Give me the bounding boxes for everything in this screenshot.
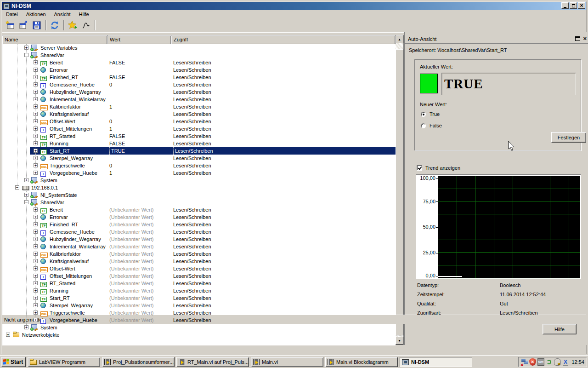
tree-row-inkremental-winkelarray[interactable]: +Inkremental_WinkelarrayLesen/Schreiben — [2, 96, 396, 103]
expand-toggle-icon[interactable]: + — [34, 149, 38, 153]
save-icon[interactable] — [31, 20, 42, 31]
snapshot-icon[interactable] — [80, 20, 91, 31]
expand-toggle-icon[interactable]: + — [34, 156, 38, 160]
column-header-wert[interactable]: Wert — [107, 35, 171, 44]
tree-row-start-rt[interactable]: +TFStart_RT(Unbekannter Wert)Lesen/Schre… — [2, 294, 396, 302]
expand-toggle-icon[interactable]: + — [34, 244, 38, 248]
tree-row-server-variables[interactable]: +Server Variables — [2, 44, 396, 52]
column-header-zugriff[interactable]: Zugriff — [171, 35, 396, 44]
expand-toggle-icon[interactable]: + — [34, 215, 38, 219]
expand-toggle-icon[interactable]: + — [34, 75, 38, 79]
expand-toggle-icon[interactable]: + — [34, 281, 38, 285]
radio-icon[interactable] — [421, 112, 426, 117]
expand-toggle-icon[interactable]: − — [24, 53, 28, 57]
expand-toggle-icon[interactable]: + — [34, 104, 38, 109]
vertical-scrollbar[interactable]: ▲ ▼ — [396, 35, 403, 345]
scrollbar-thumb[interactable] — [396, 49, 403, 335]
set-value-button[interactable]: Festlegen — [551, 132, 586, 143]
expand-toggle-icon[interactable]: + — [34, 259, 38, 263]
tree-row-sharedvar[interactable]: −SharedVar — [2, 52, 396, 59]
expand-toggle-icon[interactable]: + — [34, 207, 38, 212]
expand-toggle-icon[interactable]: + — [24, 193, 28, 197]
expand-toggle-icon[interactable]: + — [34, 60, 38, 64]
tree-row-errorvar[interactable]: +Errorvar(Unbekannter Wert)Lesen/Schreib… — [2, 213, 396, 221]
expand-toggle-icon[interactable]: + — [34, 90, 38, 94]
expand-toggle-icon[interactable]: + — [34, 252, 38, 256]
remove-hardware-icon[interactable]: X — [562, 358, 569, 366]
expand-toggle-icon[interactable]: + — [34, 266, 38, 270]
menu-item-hilfe[interactable]: Hilfe — [75, 11, 93, 18]
tree-row-vorgegebene-huebe[interactable]: +IVorgegebene_Huebe1Lesen/Schreiben — [2, 169, 396, 177]
network-status-icon[interactable]: × — [521, 358, 528, 366]
expand-toggle-icon[interactable]: + — [34, 163, 38, 167]
tree-row-hubzylinder-wegarray[interactable]: +Hubzylinder_WegarrayLesen/Schreiben — [2, 88, 396, 96]
tree-row-ni-systemstate[interactable]: +NI_SystemState — [2, 191, 396, 199]
expand-toggle-icon[interactable]: + — [34, 237, 38, 241]
tree-row-inkremental-winkelarray[interactable]: +Inkremental_Winkelarray(Unbekannter Wer… — [2, 243, 396, 250]
expand-toggle-icon[interactable]: + — [34, 171, 38, 175]
expand-toggle-icon[interactable]: + — [34, 318, 38, 322]
tree-row-running[interactable]: +TFRunning(Unbekannter Wert)Lesen/Schrei… — [2, 287, 396, 294]
tree-row-hubzylinder-wegarray[interactable]: +Hubzylinder_Wegarray(Unbekannter Wert)L… — [2, 236, 396, 243]
radio-option-true[interactable]: True — [421, 111, 440, 117]
expand-toggle-icon[interactable]: + — [34, 119, 38, 123]
scroll-up-button[interactable]: ▲ — [396, 35, 403, 43]
tree-row-triggerschwelle[interactable]: +DBLTriggerschwelle0Lesen/Schreiben — [2, 162, 396, 169]
update-icon[interactable] — [546, 358, 553, 366]
expand-toggle-icon[interactable]: + — [6, 333, 10, 337]
expand-toggle-icon[interactable]: + — [34, 222, 38, 226]
tree-row-system[interactable]: +System — [2, 324, 396, 331]
tree-row-offset-mittelungen[interactable]: +IOffset_Mittelungen1Lesen/Schreiben — [2, 125, 396, 132]
security-alert-icon[interactable]: ✕ — [529, 358, 536, 366]
expand-toggle-icon[interactable]: + — [34, 274, 38, 278]
refresh-icon[interactable] — [49, 20, 60, 31]
tree-row-192-168-0-1[interactable]: −192.168.0.1 — [2, 184, 396, 191]
task-button-ni-dsm[interactable]: NI-DSM — [400, 357, 472, 367]
tree-row-gemessene-huebe[interactable]: +IGemessene_Huebe(Unbekannter Wert)Lesen… — [2, 228, 396, 236]
help-button[interactable]: Hilfe — [543, 324, 577, 334]
expand-toggle-icon[interactable]: + — [34, 303, 38, 307]
tree-row-sharedvar[interactable]: −SharedVar — [2, 199, 396, 206]
tree-row-offset-wert[interactable]: +DBLOffset-Wert0Lesen/Schreiben — [2, 118, 396, 125]
tree-row-netzwerkobjekte[interactable]: +Netzwerkobjekte — [2, 331, 396, 339]
expand-toggle-icon[interactable]: + — [24, 178, 28, 182]
tree-row-stempel-wegarray[interactable]: +Stempel_WegarrayLesen/Schreiben — [2, 155, 396, 162]
tree-row-bereit[interactable]: +TFBereit(Unbekannter Wert)Lesen/Schreib… — [2, 206, 396, 213]
column-header-name[interactable]: Name — [2, 35, 107, 44]
expand-toggle-icon[interactable]: + — [34, 68, 38, 72]
tree-row-rt-started[interactable]: +TFRT_StartedFALSELesen/Schreiben — [2, 132, 396, 140]
expand-toggle-icon[interactable]: + — [34, 82, 38, 86]
expand-toggle-icon[interactable]: + — [34, 288, 38, 293]
expand-toggle-icon[interactable]: − — [15, 185, 19, 190]
tree-row-kalibrierfaktor[interactable]: +DBLKalibrierfaktor1Lesen/Schreiben — [2, 103, 396, 110]
expand-toggle-icon[interactable]: + — [24, 46, 28, 50]
tree-row-system[interactable]: +System — [2, 177, 396, 184]
new-view-icon[interactable] — [5, 20, 16, 31]
trend-checkbox-row[interactable]: Trend anzeigen — [417, 165, 460, 171]
task-button-proj-pulsationsumformer[interactable]: Proj_Pulsationsumformer... — [102, 357, 175, 367]
window-titlebar[interactable]: NI-DSM × — [2, 2, 586, 10]
tree-row-errorvar[interactable]: +ErrorvarLesen/Schreiben — [2, 66, 396, 74]
close-panel-icon[interactable]: × — [583, 36, 587, 41]
tree-row-running[interactable]: +TFRunningFALSELesen/Schreiben — [2, 140, 396, 147]
task-button-main-vi-blockdiagramm[interactable]: Main.vi Blockdiagramm — [325, 357, 398, 367]
float-panel-icon[interactable] — [575, 36, 580, 41]
expand-toggle-icon[interactable]: + — [34, 126, 38, 131]
tree-row-offset-wert[interactable]: +DBLOffset-Wert(Unbekannter Wert)Lesen/S… — [2, 265, 396, 272]
scroll-down-button[interactable]: ▼ — [396, 337, 403, 345]
tree-row-gemessene-huebe[interactable]: +IGemessene_Huebe0Lesen/Schreiben — [2, 81, 396, 88]
task-button-labview-programm[interactable]: LabVIEW Programm — [28, 357, 100, 367]
expand-toggle-icon[interactable]: + — [34, 97, 38, 101]
open-view-icon[interactable] — [18, 20, 29, 31]
expand-toggle-icon[interactable]: + — [34, 296, 38, 300]
menu-item-aktionen[interactable]: Aktionen — [22, 11, 50, 18]
tree-row-offset-mittelungen[interactable]: +IOffset_Mittelungen(Unbekannter Wert)Le… — [2, 272, 396, 280]
restore-button[interactable] — [570, 2, 577, 9]
tree-row-finished-rt[interactable]: +TFFinished_RT(Unbekannter Wert)Lesen/Sc… — [2, 221, 396, 228]
radio-icon[interactable] — [421, 123, 426, 128]
add-favorite-icon[interactable] — [67, 20, 78, 31]
menu-item-datei[interactable]: Datei — [2, 11, 22, 18]
menu-item-ansicht[interactable]: Ansicht — [50, 11, 75, 18]
tree-row-bereit[interactable]: +TFBereitFALSELesen/Schreiben — [2, 59, 396, 66]
tree-row-finished-rt[interactable]: +TFFinished_RTFALSELesen/Schreiben — [2, 74, 396, 81]
